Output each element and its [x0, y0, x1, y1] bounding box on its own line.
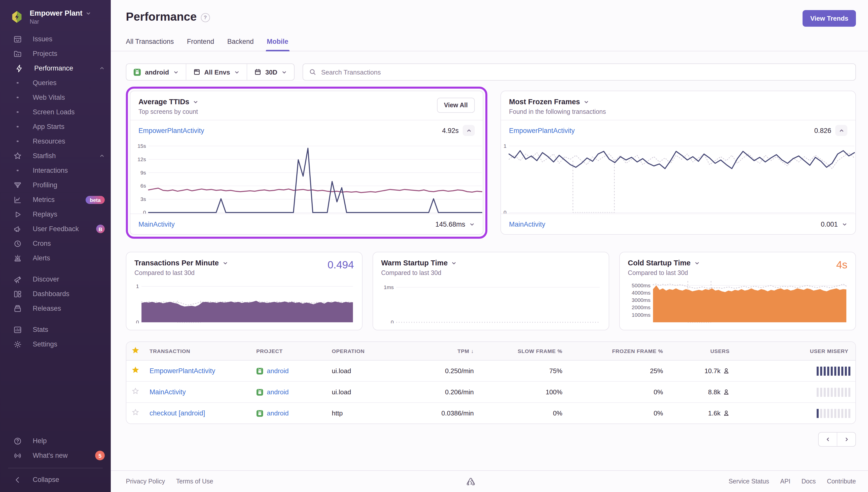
chevron-up-icon[interactable]	[99, 66, 105, 71]
expand-row-button[interactable]	[842, 221, 847, 227]
card-subtitle: Found in the following transactions	[509, 108, 606, 115]
next-page-button[interactable]	[837, 433, 856, 446]
view-all-button[interactable]: View All	[437, 98, 475, 113]
date-range-filter[interactable]: 30D	[247, 64, 294, 80]
sidebar-item-user-feedback[interactable]: User Feedback B	[0, 222, 111, 236]
transaction-link[interactable]: MainActivity	[509, 220, 545, 228]
sidebar-item-settings[interactable]: Settings	[0, 337, 111, 351]
col-operation[interactable]: OPERATION	[327, 348, 398, 354]
sidebar-item-releases[interactable]: Releases	[0, 301, 111, 316]
org-subtitle: Nar	[30, 19, 91, 25]
sidebar-item-issues[interactable]: Issues	[0, 32, 111, 46]
help-icon	[13, 436, 22, 445]
terms-of-use-link[interactable]: Terms of Use	[176, 478, 213, 485]
warm-startup-card: Warm Startup Time Compared to last 30d 1…	[373, 252, 609, 330]
tab-backend[interactable]: Backend	[227, 38, 254, 51]
org-name: Empower Plant	[30, 9, 82, 17]
col-users[interactable]: USERS	[668, 348, 735, 354]
card-title[interactable]: Warm Startup Time	[381, 259, 457, 267]
star-toggle[interactable]	[131, 366, 139, 374]
table-header: TRANSACTION PROJECT OPERATION TPM ↓ SLOW…	[126, 342, 856, 361]
card-title[interactable]: Transactions Per Minute	[134, 259, 228, 267]
sidebar-item-app-starts[interactable]: App Starts	[0, 119, 111, 134]
transaction-link[interactable]: EmpowerPlantActivity	[509, 127, 575, 134]
collapse-row-button[interactable]	[463, 125, 475, 136]
sidebar-item-alerts[interactable]: Alerts	[0, 251, 111, 265]
sidebar-collapse-button[interactable]: Collapse	[0, 472, 111, 487]
project-cell[interactable]: android	[251, 410, 327, 417]
project-filter[interactable]: android	[126, 64, 185, 80]
contribute-link[interactable]: Contribute	[827, 478, 856, 485]
chevron-up-icon[interactable]	[99, 153, 105, 158]
transaction-link[interactable]: EmpowerPlantActivity	[138, 127, 204, 134]
collapse-row-button[interactable]	[835, 125, 847, 136]
tab-frontend[interactable]: Frontend	[187, 38, 214, 51]
tab-mobile[interactable]: Mobile	[267, 38, 288, 51]
privacy-policy-link[interactable]: Privacy Policy	[126, 478, 165, 485]
sidebar-item-whats-new[interactable]: What's new 5	[0, 448, 111, 463]
docs-link[interactable]: Docs	[801, 478, 816, 485]
divider	[8, 468, 103, 468]
accordion-row: EmpowerPlantActivity 4.92s	[130, 120, 483, 141]
sidebar-item-replays[interactable]: Replays	[0, 207, 111, 222]
accordion-row: MainActivity 145.68ms	[130, 214, 483, 234]
cold-startup-card: Cold Startup Time Compared to last 30d 4…	[619, 252, 856, 330]
chevron-down-icon	[85, 10, 91, 16]
col-slow-frame[interactable]: SLOW FRAME %	[479, 348, 567, 354]
card-title[interactable]: Average TTIDs	[138, 98, 198, 106]
org-switcher[interactable]: Empower Plant Nar	[0, 7, 111, 32]
sidebar-item-screen-loads[interactable]: Screen Loads	[0, 105, 111, 119]
col-transaction[interactable]: TRANSACTION	[145, 348, 251, 354]
bullet-icon	[13, 122, 22, 131]
sidebar-item-web-vitals[interactable]: Web Vitals	[0, 90, 111, 105]
card-subtitle: Compared to last 30d	[134, 269, 228, 276]
sidebar-item-stats[interactable]: Stats	[0, 322, 111, 337]
tab-all-transactions[interactable]: All Transactions	[126, 38, 174, 51]
android-project-icon	[256, 410, 263, 417]
project-cell[interactable]: android	[251, 367, 327, 375]
col-user-misery[interactable]: USER MISERY	[735, 348, 856, 354]
transaction-link[interactable]: MainActivity	[138, 220, 175, 228]
view-trends-button[interactable]: View Trends	[803, 10, 856, 27]
svg-text:0: 0	[136, 319, 139, 323]
transaction-link[interactable]: MainActivity	[150, 388, 186, 396]
col-frozen-frame[interactable]: FROZEN FRAME %	[567, 348, 668, 354]
transaction-link[interactable]: checkout [android]	[150, 410, 205, 417]
search-transactions-input[interactable]	[303, 64, 856, 80]
expand-row-button[interactable]	[469, 221, 475, 227]
sidebar-item-crons[interactable]: Crons	[0, 236, 111, 251]
col-tpm[interactable]: TPM ↓	[398, 348, 479, 354]
sidebar-item-profiling[interactable]: Profiling	[0, 178, 111, 192]
sidebar-item-queries[interactable]: Queries	[0, 76, 111, 90]
card-title[interactable]: Cold Startup Time	[628, 259, 699, 267]
sidebar-item-projects[interactable]: Projects	[0, 46, 111, 61]
sidebar-item-interactions[interactable]: Interactions	[0, 163, 111, 178]
android-project-icon	[256, 367, 263, 374]
sidebar-item-metrics[interactable]: Metrics beta	[0, 192, 111, 207]
table-row: checkout [android] android http 0.0386/m…	[126, 402, 856, 423]
accordion-row: MainActivity 0.001	[501, 214, 856, 234]
tpm-chart: 10	[134, 279, 354, 323]
project-cell[interactable]: android	[251, 388, 327, 396]
chevron-down-icon	[694, 260, 699, 266]
beta-badge: beta	[86, 196, 105, 204]
api-link[interactable]: API	[780, 478, 790, 485]
svg-text:3s: 3s	[141, 196, 146, 202]
sidebar-item-help[interactable]: Help	[0, 434, 111, 448]
col-project[interactable]: PROJECT	[251, 348, 327, 354]
star-toggle[interactable]	[131, 387, 139, 395]
sidebar-item-discover[interactable]: Discover	[0, 272, 111, 287]
previous-page-button[interactable]	[819, 433, 837, 446]
sidebar-item-starfish[interactable]: Starfish	[0, 149, 111, 163]
environment-filter[interactable]: All Envs	[185, 64, 247, 80]
sidebar-item-performance[interactable]: Performance	[0, 61, 111, 76]
help-tooltip-icon[interactable]: ?	[201, 13, 210, 22]
sidebar-item-dashboards[interactable]: Dashboards	[0, 287, 111, 301]
service-status-link[interactable]: Service Status	[729, 478, 769, 485]
sidebar-item-resources[interactable]: Resources	[0, 134, 111, 149]
star-toggle[interactable]	[131, 409, 139, 416]
bullet-icon	[13, 93, 22, 102]
accordion-row: EmpowerPlantActivity 0.826	[501, 120, 856, 141]
card-title[interactable]: Most Frozen Frames	[509, 98, 606, 106]
transaction-link[interactable]: EmpowerPlantActivity	[150, 367, 215, 375]
